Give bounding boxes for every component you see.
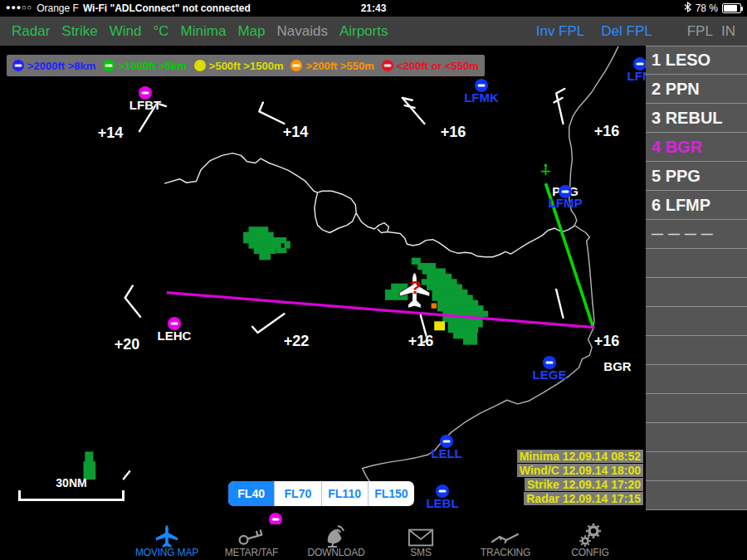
fl-button-fl110[interactable]: FL110 [321,481,368,506]
fpl-row-3-rebul[interactable]: 3 REBUL [646,104,747,133]
radar-blob-center [385,258,488,345]
fl-button-fl40[interactable]: FL40 [228,481,274,506]
key-icon [237,524,266,548]
coastline [362,46,618,484]
lehc-waypoint-label: LEHC [158,329,192,343]
lfmk-waypoint-icon[interactable] [475,79,488,92]
menu-item-fpl-in[interactable]: FPL IN [687,23,735,40]
menu-item-strike[interactable]: Strike [61,23,97,40]
toolbar-tab-sms[interactable]: SMS [378,524,463,560]
toolbar-tab-label: CONFIG [571,548,608,558]
fpl-row-1-leso[interactable]: 1 LESO [646,46,747,75]
country-border [164,153,574,257]
moving-map[interactable]: ? >2000ft >8km>1000ft >5km>500ft >1500m>… [0,46,646,524]
ceiling-dot-icon [194,60,206,71]
menu-bar: RadarStrikeWind°CMinimaMapNavaidsAirport… [0,17,747,46]
gears-icon [578,524,603,548]
toolbar-tab-tracking[interactable]: TRACKING [463,524,548,560]
ppg-antenna-icon [541,163,550,175]
wind-barbs [124,89,564,479]
fpl-row-empty-16[interactable] [646,481,747,510]
menu-item-map[interactable]: Map [237,23,265,40]
battery-icon [722,3,741,13]
gps-question-mark: ? [409,276,421,298]
menu-item-inv-fpl[interactable]: Inv FPL [536,23,585,40]
lege-waypoint-icon[interactable] [543,356,556,369]
wp-south-waypoint-icon[interactable] [269,513,282,524]
ppg-waypoint-icon[interactable] [559,185,572,198]
toolbar-tab-config[interactable]: CONFIG [548,524,632,560]
menu-item-c[interactable]: °C [154,23,169,40]
fl-button-fl150[interactable]: FL150 [368,481,414,506]
waypoint-icon-bar [637,63,644,66]
flightplan-sidebar: 1 LESO2 PPN3 REBUL4 BGR5 PPG6 LFMP— — — … [646,46,747,524]
menu-item-navaids[interactable]: Navaids [276,23,327,40]
legend-item-2000ft-8km: >2000ft >8km [12,60,95,72]
legend-label: >2000ft >8km [27,60,95,72]
fpl-row-empty-11[interactable] [646,336,747,365]
fpl-row-empty-9[interactable] [646,278,747,307]
fpl-row-empty-15[interactable] [646,452,747,481]
fpl-row-empty-12[interactable] [646,365,747,394]
fpl-row-6-lfmp[interactable]: 6 LFMP [646,191,747,220]
scale-bar: 30NM [18,490,124,501]
radar-cell-orange [432,303,437,308]
waypoint-icon-bar [272,519,280,521]
fpl-row-4-bgr[interactable]: 4 BGR [646,133,747,162]
fpl-row-empty-13[interactable] [646,394,747,423]
temperature-label: +16 [594,333,620,350]
legend-item-200ft-550m: >200ft >550m [290,60,374,72]
fpl-row-empty-8[interactable] [646,249,747,278]
toolbar-tab-moving-map[interactable]: MOVING MAP [124,524,209,560]
ceiling-dot-bar [105,65,113,67]
fpl-row-empty-10[interactable] [646,307,747,336]
timestamp-strike: Strike 12.09.14 17:20 [525,478,643,491]
status-left: ●●●○○ Orange F Wi-Fi "ADLConnect" not co… [6,2,251,14]
menu-item-airports[interactable]: Airports [339,23,388,40]
scale-label: 30NM [21,476,122,489]
legend-item-200ft-or-550m: <200ft or <550m [382,60,479,72]
toolbar-tab-download[interactable]: DOWNLOAD [294,524,378,560]
ceiling-dot-bar [15,65,22,67]
menu-item-del-fpl[interactable]: Del FPL [601,23,652,40]
timestamp-radar: Radar 12.09.14 17:15 [524,492,643,505]
fpl-menu: Inv FPLDel FPLFPL IN [536,23,735,40]
toolbar-tab-label: DOWNLOAD [307,548,364,558]
menu-item-wind[interactable]: Wind [110,23,142,40]
temperature-label: +16 [594,123,620,140]
menu-item-minima[interactable]: Minima [181,23,227,40]
lfbt-waypoint-icon[interactable] [139,86,152,100]
lebl-waypoint-label: LEBL [426,497,458,510]
legend-label: >200ft >550m [305,60,374,72]
temperature-label: +16 [408,333,434,350]
overlay-toggle-menu: RadarStrikeWind°CMinimaMapNavaidsAirport… [12,23,388,40]
temperature-label: +20 [115,336,140,353]
fpl-row-2-ppn[interactable]: 2 PPN [646,75,747,104]
temperature-label: +22 [284,333,310,350]
airplane-icon [154,524,179,548]
ceiling-dot-icon [382,60,393,71]
fpl-row-empty-14[interactable] [646,423,747,452]
route-line-magenta [167,293,594,328]
ceiling-dot-icon [290,60,302,71]
toolbar-tab-label: MOVING MAP [135,548,198,558]
lebl-waypoint-icon[interactable] [436,485,449,498]
fl-button-fl70[interactable]: FL70 [274,481,320,506]
wifi-status: Wi-Fi "ADLConnect" not connected [83,2,251,14]
menu-item-radar[interactable]: Radar [12,23,50,40]
fpl-row-5-ppg[interactable]: 5 PPG [646,162,747,191]
waypoint-icon-bar [142,92,149,95]
lehc-waypoint-icon[interactable] [168,317,181,330]
temperature-label: +16 [441,124,466,141]
waypoint-icon-bar [439,490,447,493]
temperature-label: +14 [283,124,309,141]
toolbar-tab-metar-taf[interactable]: METAR/TAF [209,524,294,560]
toolbar-tab-label: TRACKING [481,548,530,558]
signal-strength-icon: ●●●○○ [6,3,32,12]
fpl-row-item[interactable]: — — — — [646,220,747,249]
bgr-waypoint-label: BGR [603,360,631,373]
lfm-waypoint-icon[interactable] [633,57,646,71]
lell-waypoint-icon[interactable] [440,435,453,448]
waypoint-icon-bar [171,323,178,325]
bottom-toolbar: MOVING MAPMETAR/TAFDOWNLOADSMSTRACKINGCO… [0,524,747,560]
